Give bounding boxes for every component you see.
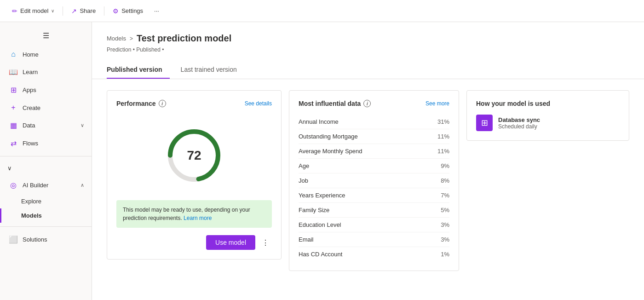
sidebar-item-chevron-expand[interactable]: ∨: [0, 160, 92, 176]
performance-card: Performance i See details: [107, 90, 282, 260]
influential-data-row: Has CD Account1%: [299, 247, 449, 261]
performance-info-icon[interactable]: i: [159, 100, 166, 107]
use-model-button[interactable]: Use model: [206, 235, 255, 250]
data-row-pct: 3%: [441, 236, 449, 243]
usage-title-text: How your model is used: [476, 100, 550, 107]
usage-card-header: How your model is used: [476, 100, 620, 107]
share-icon: ↗: [71, 7, 77, 15]
create-icon: +: [9, 104, 18, 112]
data-row-label: Email: [299, 236, 314, 243]
button-row: Use model ⋮: [116, 235, 272, 250]
data-row-label: Annual Income: [299, 118, 339, 125]
influential-data-row: Job8%: [299, 173, 449, 188]
data-row-label: Age: [299, 162, 309, 169]
settings-icon: ⚙: [113, 7, 119, 15]
tab-last-trained-version[interactable]: Last trained version: [181, 60, 244, 79]
home-icon: ⌂: [9, 50, 18, 58]
sidebar-item-home[interactable]: ⌂ Home: [0, 46, 92, 63]
sidebar-item-data[interactable]: ▦ Data ∨: [0, 116, 92, 134]
sidebar: ☰ ⌂ Home 📖 Learn ⊞ Apps + Create ▦ Data …: [0, 22, 92, 300]
performance-title-text: Performance: [116, 100, 156, 107]
data-row-label: Family Size: [299, 207, 329, 213]
edit-icon: ✏: [12, 7, 17, 15]
sidebar-divider-2: [0, 226, 92, 227]
topbar-separator-1: [63, 6, 63, 16]
sidebar-item-flows[interactable]: ⇄ Flows: [0, 134, 92, 152]
more-options-button[interactable]: ⋮: [259, 236, 272, 249]
expand-chevron-icon: ∨: [7, 165, 12, 172]
ai-builder-chevron-icon: ∧: [80, 182, 84, 188]
topbar-separator-2: [104, 6, 104, 16]
data-chevron-icon: ∨: [80, 122, 84, 128]
donut-score-label: 72: [187, 148, 201, 163]
data-row-pct: 31%: [437, 118, 449, 125]
more-dots-icon: ⋮: [262, 238, 269, 247]
main-layout: ☰ ⌂ Home 📖 Learn ⊞ Apps + Create ▦ Data …: [0, 22, 644, 300]
data-row-label: Education Level: [299, 221, 341, 228]
donut-container: 72: [116, 115, 272, 200]
settings-button[interactable]: ⚙ Settings: [108, 5, 148, 17]
breadcrumb-parent[interactable]: Models: [107, 35, 126, 42]
data-row-pct: 11%: [437, 148, 449, 155]
performance-card-header: Performance i See details: [116, 100, 272, 107]
tabs-container: Published version Last trained version: [92, 60, 644, 79]
content-area: Models > Test prediction model Predictio…: [92, 22, 644, 300]
influential-data-row: Email3%: [299, 232, 449, 247]
influential-data-card: Most influential data i See more Annual …: [289, 90, 459, 271]
data-row-label: Years Experience: [299, 192, 345, 199]
see-more-link[interactable]: See more: [426, 100, 449, 107]
share-label: Share: [80, 7, 96, 14]
more-label: ···: [154, 7, 159, 14]
influential-card-title: Most influential data i: [299, 100, 371, 107]
data-row-pct: 11%: [437, 133, 449, 140]
sidebar-item-ai-builder[interactable]: ◎ AI Builder ∧: [0, 176, 92, 194]
influential-info-icon[interactable]: i: [363, 100, 371, 107]
sidebar-item-create[interactable]: + Create: [0, 99, 92, 116]
apps-icon: ⊞: [9, 86, 18, 94]
influential-data-row: Years Experience7%: [299, 188, 449, 203]
database-sync-icon: ⊞: [476, 115, 493, 131]
influential-card-header: Most influential data i See more: [299, 100, 449, 107]
sidebar-item-home-label: Home: [23, 51, 39, 58]
sidebar-item-explore[interactable]: Explore: [0, 194, 92, 208]
influential-data-row: Outstanding Mortgage11%: [299, 129, 449, 144]
flows-icon: ⇄: [9, 139, 18, 148]
sidebar-divider-1: [0, 156, 92, 156]
data-row-pct: 9%: [441, 162, 449, 169]
influential-data-row: Age9%: [299, 159, 449, 173]
data-row-label: Average Monthly Spend: [299, 148, 362, 155]
page-subtitle: Prediction • Published •: [107, 46, 629, 53]
data-row-label: Outstanding Mortgage: [299, 133, 358, 140]
breadcrumb: Models > Test prediction model: [107, 33, 629, 44]
sidebar-item-solutions[interactable]: ⬜ Solutions: [0, 231, 92, 248]
data-row-pct: 5%: [441, 207, 449, 213]
data-row-pct: 1%: [441, 251, 449, 258]
sidebar-item-data-label: Data: [23, 122, 35, 129]
hamburger-button[interactable]: ☰: [0, 26, 92, 46]
sidebar-item-learn[interactable]: 📖 Learn: [0, 63, 92, 81]
usage-card: How your model is used ⊞ Database sync S…: [466, 90, 629, 141]
influential-data-row: Education Level3%: [299, 218, 449, 232]
sidebar-item-flows-label: Flows: [23, 140, 38, 147]
see-details-link[interactable]: See details: [245, 100, 272, 107]
share-button[interactable]: ↗ Share: [67, 5, 100, 17]
tab-published-version[interactable]: Published version: [107, 60, 170, 79]
sidebar-item-apps[interactable]: ⊞ Apps: [0, 81, 92, 99]
solutions-icon: ⬜: [9, 235, 18, 244]
sidebar-item-learn-label: Learn: [23, 69, 38, 75]
influential-data-row: Average Monthly Spend11%: [299, 144, 449, 159]
edit-chevron-icon: ∨: [51, 8, 54, 13]
sidebar-solutions-label: Solutions: [23, 236, 47, 243]
sidebar-item-models[interactable]: Models: [0, 208, 92, 223]
tab-last-trained-label: Last trained version: [181, 66, 237, 73]
learn-more-link[interactable]: Learn more: [184, 215, 212, 221]
breadcrumb-current: Test prediction model: [137, 33, 231, 44]
cards-row: Performance i See details: [92, 79, 644, 282]
more-button[interactable]: ···: [150, 5, 164, 17]
usage-card-title: How your model is used: [476, 100, 550, 107]
breadcrumb-separator: >: [130, 35, 133, 42]
edit-model-button[interactable]: ✏ Edit model ∨: [7, 5, 59, 17]
sidebar-item-create-label: Create: [23, 104, 40, 111]
tab-published-label: Published version: [107, 66, 162, 73]
sidebar-item-ai-builder-label: AI Builder: [23, 182, 48, 189]
